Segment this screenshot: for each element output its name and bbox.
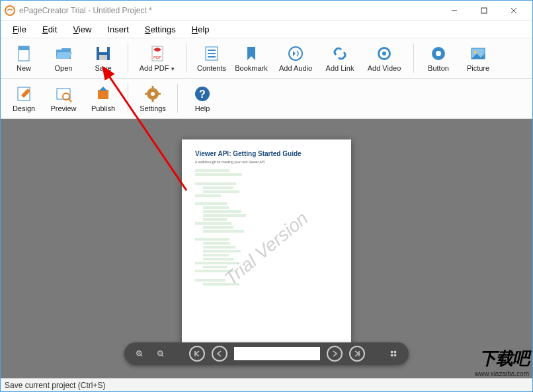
svg-point-23	[474, 51, 477, 54]
prev-page-button[interactable]	[212, 346, 227, 362]
svg-point-30	[151, 92, 155, 96]
open-label: Open	[55, 64, 73, 72]
next-page-button[interactable]	[327, 346, 343, 362]
doc-title: Viewer API: Getting Started Guide	[195, 150, 338, 157]
branding-watermark: 下载吧 www.xiazaiba.com	[475, 347, 529, 377]
help-button[interactable]: ? Help	[183, 81, 222, 116]
video-icon	[374, 44, 394, 63]
statusbar: Save current project (Ctrl+S)	[1, 378, 532, 391]
svg-line-42	[162, 355, 164, 357]
player-bar	[124, 342, 409, 365]
open-folder-icon	[54, 44, 73, 63]
add-video-button[interactable]: Add Video	[360, 41, 408, 75]
zoom-out-button[interactable]	[153, 346, 168, 362]
publish-icon	[93, 85, 113, 103]
svg-rect-48	[391, 354, 393, 356]
contents-label: Contents	[197, 64, 226, 72]
page-input[interactable]	[234, 347, 320, 360]
button-insert-button[interactable]: Button	[419, 41, 458, 75]
toolbar-separator	[128, 84, 128, 113]
settings-button[interactable]: Settings	[134, 81, 172, 116]
gear-icon	[143, 85, 163, 103]
design-label: Design	[13, 104, 35, 112]
save-label: Save	[95, 64, 111, 72]
thumbnails-button[interactable]	[386, 346, 401, 362]
contents-icon	[202, 44, 222, 63]
design-button[interactable]: Design	[5, 81, 43, 116]
close-button[interactable]	[499, 1, 528, 20]
design-icon	[14, 85, 34, 103]
preview-button[interactable]: Preview	[44, 81, 83, 116]
picture-button[interactable]: Picture	[459, 41, 497, 75]
bookmark-label: Bookmark	[235, 64, 268, 72]
doc-subtitle: A walkthrough for creating your own View…	[195, 160, 338, 164]
svg-point-0	[5, 6, 15, 15]
first-page-button[interactable]	[189, 346, 205, 362]
app-window: ePageCreator Trial - Untitled Project * …	[0, 0, 533, 392]
toolbar-separator	[186, 44, 187, 73]
svg-text:?: ?	[199, 89, 206, 100]
maximize-button[interactable]	[469, 1, 499, 20]
document-canvas[interactable]: Viewer API: Getting Started Guide A walk…	[1, 119, 532, 378]
help-icon: ?	[192, 85, 212, 103]
addpdf-label: Add PDF	[140, 64, 169, 72]
toolbar-separator	[177, 84, 178, 113]
bookmark-icon	[241, 44, 261, 63]
svg-rect-46	[391, 351, 393, 353]
zoom-in-button[interactable]	[132, 346, 147, 362]
toolbar-separator	[128, 44, 128, 73]
svg-rect-6	[19, 46, 29, 50]
addvideo-label: Add Video	[368, 64, 401, 72]
addaudio-label: Add Audio	[279, 64, 312, 72]
chevron-down-icon: ▼	[170, 66, 175, 72]
publish-label: Publish	[91, 104, 115, 112]
svg-rect-47	[394, 351, 396, 353]
add-audio-button[interactable]: Add Audio	[272, 41, 319, 75]
open-button[interactable]: Open	[44, 41, 83, 75]
add-link-button[interactable]: Add Link	[321, 41, 359, 75]
new-button[interactable]: New	[5, 41, 43, 75]
help-label: Help	[195, 104, 210, 112]
menu-settings[interactable]: Settings	[138, 23, 183, 36]
contents-button[interactable]: Contents	[192, 41, 231, 75]
link-icon	[330, 44, 350, 63]
svg-point-19	[382, 52, 386, 56]
save-disk-icon	[93, 44, 113, 63]
toolbar-row-1: New Open Save PDF Add PDF▼ Contents Book…	[1, 38, 532, 79]
picture-icon	[468, 44, 488, 63]
picture-label: Picture	[467, 64, 489, 72]
publish-button[interactable]: Publish	[84, 81, 122, 116]
document-page: Viewer API: Getting Started Guide A walk…	[182, 139, 351, 358]
branding-text: 下载吧	[475, 347, 529, 370]
window-title: ePageCreator Trial - Untitled Project *	[19, 6, 439, 15]
svg-rect-2	[481, 8, 487, 13]
svg-point-21	[436, 51, 441, 56]
svg-rect-49	[394, 354, 396, 356]
new-label: New	[17, 64, 31, 72]
add-pdf-button[interactable]: PDF Add PDF▼	[134, 41, 181, 75]
menubar: File Edit View Insert Settings Help	[1, 20, 532, 38]
svg-text:PDF: PDF	[153, 56, 161, 59]
status-text: Save current project (Ctrl+S)	[5, 381, 105, 390]
menu-help[interactable]: Help	[185, 23, 216, 36]
app-logo-icon	[5, 5, 15, 16]
bookmark-button[interactable]: Bookmark	[232, 41, 270, 75]
toolbar-row-2: Design Preview Publish Settings ? Help	[1, 79, 532, 119]
svg-line-38	[141, 355, 143, 357]
toolbar-separator	[413, 44, 414, 73]
svg-rect-28	[98, 90, 108, 99]
save-button[interactable]: Save	[84, 41, 122, 75]
pdf-icon: PDF	[147, 44, 167, 63]
last-page-button[interactable]	[349, 346, 365, 362]
branding-url: www.xiazaiba.com	[475, 370, 529, 377]
preview-icon	[54, 85, 73, 103]
menu-view[interactable]: View	[66, 23, 98, 36]
minimize-button[interactable]	[439, 1, 469, 20]
menu-file[interactable]: File	[6, 23, 33, 36]
settings-label: Settings	[140, 104, 166, 112]
svg-rect-9	[99, 55, 107, 60]
menu-edit[interactable]: Edit	[36, 23, 63, 36]
addlink-label: Add Link	[326, 64, 354, 72]
menu-insert[interactable]: Insert	[101, 23, 136, 36]
svg-line-27	[69, 99, 71, 102]
